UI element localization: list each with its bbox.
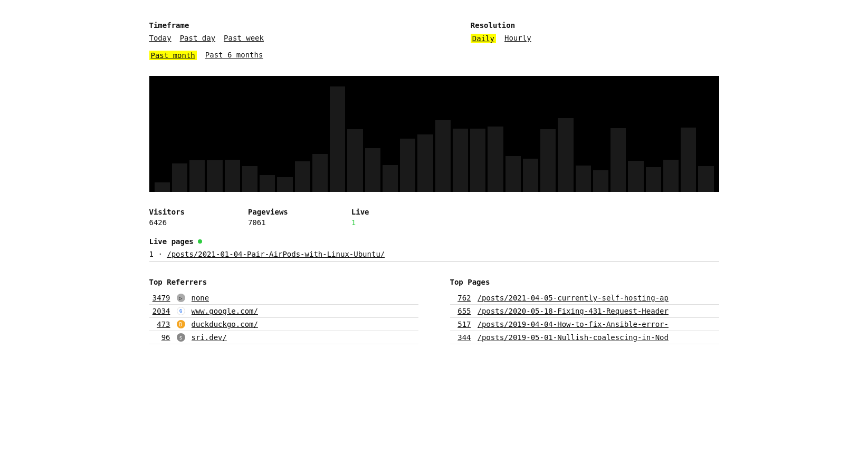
referrer-label-2[interactable]: duckduckgo.com/ [192, 320, 258, 328]
pageviews-label: Pageviews [248, 208, 288, 216]
bar-label-13: 139 [385, 67, 395, 73]
bar-3 [207, 160, 222, 192]
bar-label-6: 88 [264, 67, 271, 73]
top-referrers-section: Top Referrers 3479 ▷ none 2034 G www.goo… [149, 278, 418, 344]
bar-wrap-13: 139 [383, 76, 398, 192]
referrer-label-0[interactable]: none [192, 294, 209, 302]
bar-label-9: 195 [315, 67, 325, 73]
bar-wrap-19: 338 [488, 76, 503, 192]
timeframe-past-week[interactable]: Past week [224, 34, 264, 42]
bar-label-2: 164 [193, 67, 202, 73]
bar-1 [172, 163, 187, 192]
bar-wrap-4: 166 [225, 76, 240, 192]
referrer-row-3: 96 s sri.dev/ [149, 331, 418, 344]
bar-7 [277, 177, 292, 192]
bar-wrap-29: 167 [663, 76, 679, 192]
bar-label-17: 327 [455, 67, 465, 73]
bar-30 [681, 128, 696, 192]
bar-18 [470, 129, 485, 192]
bar-label-8: 158 [298, 67, 307, 73]
bar-wrap-0: 49 [155, 76, 170, 192]
page-path-3[interactable]: /posts/2019-05-01-Nullish-coalescing-in-… [478, 333, 669, 342]
referrer-icon-2: D [177, 320, 185, 328]
bar-label-11: 323 [350, 67, 360, 73]
bar-28 [646, 167, 661, 192]
resolution-daily[interactable]: Daily [471, 34, 496, 43]
bar-label-16: 370 [438, 67, 447, 73]
top-referrers-title: Top Referrers [149, 278, 418, 286]
bar-label-4: 166 [227, 67, 237, 73]
bar-wrap-8: 158 [295, 76, 310, 192]
timeframe-past-day[interactable]: Past day [180, 34, 215, 42]
timeframe-row1: Today Past day Past week [149, 34, 386, 42]
referrer-count-1[interactable]: 2034 [149, 307, 170, 315]
bar-wrap-27: 161 [628, 76, 643, 192]
bar-wrap-23: 382 [558, 76, 573, 192]
top-pages-title: Top Pages [450, 278, 719, 286]
page-count-2[interactable]: 517 [450, 320, 471, 328]
bar-label-31: 132 [701, 67, 711, 73]
page-path-2[interactable]: /posts/2019-04-04-How-to-fix-Ansible-err… [478, 320, 669, 328]
bar-wrap-6: 88 [260, 76, 275, 192]
live-dot-icon [198, 239, 202, 244]
page-container: Timeframe Today Past day Past week Past … [118, 0, 751, 386]
bar-25 [593, 170, 608, 192]
tables-row: Top Referrers 3479 ▷ none 2034 G www.goo… [149, 278, 719, 344]
bar-label-29: 167 [666, 67, 675, 73]
page-path-0[interactable]: /posts/2021-04-05-currently-self-hosting… [478, 294, 669, 302]
referrer-label-1[interactable]: www.google.com/ [192, 307, 258, 315]
page-count-0[interactable]: 762 [450, 294, 471, 302]
resolution-group: Resolution Daily Hourly [471, 21, 531, 60]
referrer-row-1: 2034 G www.google.com/ [149, 305, 418, 318]
bar-wrap-20: 186 [505, 76, 521, 192]
timeframe-past-month[interactable]: Past month [149, 51, 197, 60]
bar-wrap-17: 327 [453, 76, 468, 192]
bar-label-20: 186 [508, 67, 518, 73]
referrer-row-0: 3479 ▷ none [149, 292, 418, 305]
bar-label-3: 162 [210, 67, 220, 73]
timeframe-past-6-months[interactable]: Past 6 months [205, 51, 263, 60]
bar-label-5: 133 [245, 67, 254, 73]
bar-wrap-31: 132 [698, 76, 713, 192]
page-path-1[interactable]: /posts/2020-05-18-Fixing-431-Request-Hea… [478, 307, 669, 315]
timeframe-group: Timeframe Today Past day Past week Past … [149, 21, 386, 60]
bar-wrap-10: 544 [330, 76, 345, 192]
referrer-count-3[interactable]: 96 [149, 333, 170, 342]
referrer-count-0[interactable]: 3479 [149, 294, 170, 302]
live-page-separator: · [158, 250, 167, 258]
bar-16 [435, 120, 451, 192]
bar-21 [523, 159, 538, 192]
live-page-path[interactable]: /posts/2021-01-04-Pair-AirPods-with-Linu… [167, 250, 385, 258]
bar-label-1: 147 [175, 67, 184, 73]
bar-label-12: 227 [368, 67, 377, 73]
page-count-1[interactable]: 655 [450, 307, 471, 315]
bar-label-14: 274 [403, 67, 413, 73]
bar-label-10: 544 [333, 67, 342, 73]
top-pages-section: Top Pages 762 /posts/2021-04-05-currentl… [450, 278, 719, 344]
bar-wrap-15: 297 [417, 76, 433, 192]
bar-wrap-28: 128 [646, 76, 661, 192]
resolution-hourly[interactable]: Hourly [504, 34, 531, 43]
visitors-value: 6426 [149, 218, 185, 227]
bar-15 [417, 134, 433, 192]
page-row-3: 344 /posts/2019-05-01-Nullish-coalescing… [450, 331, 719, 344]
bar-wrap-22: 323 [540, 76, 556, 192]
bar-24 [576, 166, 591, 192]
live-pages-label: Live pages [149, 237, 194, 246]
timeframe-today[interactable]: Today [149, 34, 171, 42]
referrer-label-3[interactable]: sri.dev/ [192, 333, 227, 342]
page-row-2: 517 /posts/2019-04-04-How-to-fix-Ansible… [450, 318, 719, 331]
bar-label-27: 161 [631, 67, 641, 73]
bar-wrap-14: 274 [400, 76, 415, 192]
bar-6 [260, 175, 275, 192]
bar-4 [225, 160, 240, 192]
referrer-icon-3: s [177, 333, 185, 342]
bar-wrap-18: 327 [470, 76, 485, 192]
bar-5 [242, 166, 257, 192]
live-pages-header: Live pages [149, 237, 719, 246]
page-count-3[interactable]: 344 [450, 333, 471, 342]
referrer-count-2[interactable]: 473 [149, 320, 170, 328]
bar-9 [312, 154, 328, 192]
page-row-0: 762 /posts/2021-04-05-currently-self-hos… [450, 292, 719, 305]
controls-row: Timeframe Today Past day Past week Past … [149, 21, 719, 60]
